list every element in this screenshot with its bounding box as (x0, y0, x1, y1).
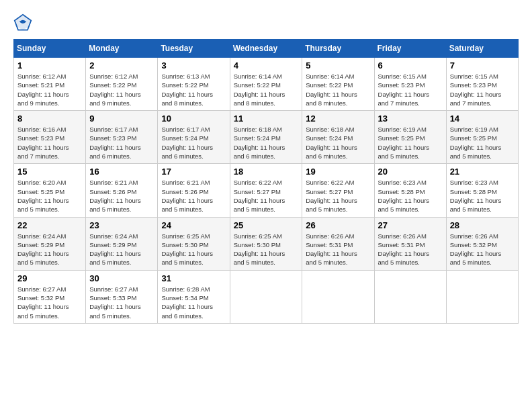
day-number: 30 (89, 273, 154, 283)
day-info: Sunrise: 6:13 AM Sunset: 5:22 PM Dayligh… (161, 72, 226, 107)
day-number: 26 (306, 220, 370, 230)
calendar-cell: 7Sunrise: 6:15 AM Sunset: 5:23 PM Daylig… (446, 58, 518, 111)
day-info: Sunrise: 6:26 AM Sunset: 5:31 PM Dayligh… (378, 232, 443, 267)
day-info: Sunrise: 6:15 AM Sunset: 5:23 PM Dayligh… (378, 72, 443, 107)
day-info: Sunrise: 6:24 AM Sunset: 5:29 PM Dayligh… (89, 232, 154, 267)
calendar-cell: 2Sunrise: 6:12 AM Sunset: 5:22 PM Daylig… (86, 58, 158, 111)
week-row-1: 1Sunrise: 6:12 AM Sunset: 5:21 PM Daylig… (14, 58, 519, 111)
calendar-cell: 4Sunrise: 6:14 AM Sunset: 5:22 PM Daylig… (230, 58, 302, 111)
week-row-5: 29Sunrise: 6:27 AM Sunset: 5:32 PM Dayli… (14, 270, 519, 323)
day-number: 6 (378, 60, 443, 71)
day-number: 21 (450, 167, 515, 177)
day-info: Sunrise: 6:27 AM Sunset: 5:32 PM Dayligh… (17, 285, 82, 320)
calendar-cell: 22Sunrise: 6:24 AM Sunset: 5:29 PM Dayli… (14, 217, 86, 270)
day-number: 29 (17, 273, 82, 283)
calendar-cell: 5Sunrise: 6:14 AM Sunset: 5:22 PM Daylig… (302, 58, 374, 111)
calendar-cell: 28Sunrise: 6:26 AM Sunset: 5:32 PM Dayli… (446, 217, 518, 270)
day-number: 11 (234, 113, 299, 124)
day-info: Sunrise: 6:21 AM Sunset: 5:26 PM Dayligh… (89, 178, 154, 214)
header-day-wednesday: Wednesday (230, 40, 302, 58)
header-day-monday: Monday (86, 40, 158, 58)
day-info: Sunrise: 6:15 AM Sunset: 5:23 PM Dayligh… (450, 72, 515, 107)
day-number: 13 (378, 113, 443, 124)
calendar-body: 1Sunrise: 6:12 AM Sunset: 5:21 PM Daylig… (14, 58, 519, 324)
day-number: 9 (89, 113, 154, 124)
day-info: Sunrise: 6:19 AM Sunset: 5:25 PM Dayligh… (450, 125, 515, 161)
day-number: 23 (89, 220, 154, 230)
day-number: 15 (17, 167, 82, 177)
calendar-cell: 16Sunrise: 6:21 AM Sunset: 5:26 PM Dayli… (86, 164, 158, 217)
day-number: 16 (89, 167, 154, 177)
calendar-cell: 10Sunrise: 6:17 AM Sunset: 5:24 PM Dayli… (158, 111, 230, 164)
logo (13, 13, 35, 32)
day-info: Sunrise: 6:21 AM Sunset: 5:26 PM Dayligh… (161, 178, 226, 214)
header-row: SundayMondayTuesdayWednesdayThursdayFrid… (14, 40, 519, 58)
calendar-cell: 3Sunrise: 6:13 AM Sunset: 5:22 PM Daylig… (158, 58, 230, 111)
calendar-cell: 9Sunrise: 6:17 AM Sunset: 5:23 PM Daylig… (86, 111, 158, 164)
calendar-cell (302, 270, 374, 323)
calendar-cell: 19Sunrise: 6:22 AM Sunset: 5:27 PM Dayli… (302, 164, 374, 217)
day-number: 24 (161, 220, 226, 230)
day-number: 2 (89, 60, 154, 71)
day-number: 7 (450, 60, 515, 71)
day-info: Sunrise: 6:16 AM Sunset: 5:23 PM Dayligh… (17, 125, 82, 161)
day-number: 31 (161, 273, 226, 283)
calendar-cell: 25Sunrise: 6:25 AM Sunset: 5:30 PM Dayli… (230, 217, 302, 270)
header-day-tuesday: Tuesday (158, 40, 230, 58)
day-info: Sunrise: 6:22 AM Sunset: 5:27 PM Dayligh… (234, 178, 299, 214)
day-number: 1 (17, 60, 82, 71)
calendar-cell: 23Sunrise: 6:24 AM Sunset: 5:29 PM Dayli… (86, 217, 158, 270)
calendar-table: SundayMondayTuesdayWednesdayThursdayFrid… (13, 39, 519, 324)
day-number: 18 (234, 167, 299, 177)
day-number: 3 (161, 60, 226, 71)
calendar-cell: 15Sunrise: 6:20 AM Sunset: 5:25 PM Dayli… (14, 164, 86, 217)
calendar-cell: 21Sunrise: 6:23 AM Sunset: 5:28 PM Dayli… (446, 164, 518, 217)
calendar-cell: 18Sunrise: 6:22 AM Sunset: 5:27 PM Dayli… (230, 164, 302, 217)
day-info: Sunrise: 6:27 AM Sunset: 5:33 PM Dayligh… (89, 285, 154, 320)
calendar-cell: 27Sunrise: 6:26 AM Sunset: 5:31 PM Dayli… (374, 217, 446, 270)
calendar-cell: 26Sunrise: 6:26 AM Sunset: 5:31 PM Dayli… (302, 217, 374, 270)
day-number: 17 (161, 167, 226, 177)
day-info: Sunrise: 6:28 AM Sunset: 5:34 PM Dayligh… (161, 285, 226, 320)
calendar-cell (230, 270, 302, 323)
day-number: 27 (378, 220, 443, 230)
day-number: 19 (306, 167, 370, 177)
day-number: 10 (161, 113, 226, 124)
day-info: Sunrise: 6:20 AM Sunset: 5:25 PM Dayligh… (17, 178, 82, 214)
day-info: Sunrise: 6:23 AM Sunset: 5:28 PM Dayligh… (450, 178, 515, 214)
day-number: 12 (306, 113, 370, 124)
calendar-cell: 31Sunrise: 6:28 AM Sunset: 5:34 PM Dayli… (158, 270, 230, 323)
calendar-cell (374, 270, 446, 323)
day-number: 22 (17, 220, 82, 230)
calendar-cell (446, 270, 518, 323)
logo-icon (13, 13, 32, 32)
day-info: Sunrise: 6:18 AM Sunset: 5:24 PM Dayligh… (234, 125, 299, 161)
calendar-cell: 24Sunrise: 6:25 AM Sunset: 5:30 PM Dayli… (158, 217, 230, 270)
day-info: Sunrise: 6:26 AM Sunset: 5:32 PM Dayligh… (450, 232, 515, 267)
day-info: Sunrise: 6:12 AM Sunset: 5:22 PM Dayligh… (89, 72, 154, 107)
calendar-cell: 12Sunrise: 6:18 AM Sunset: 5:24 PM Dayli… (302, 111, 374, 164)
calendar-cell: 30Sunrise: 6:27 AM Sunset: 5:33 PM Dayli… (86, 270, 158, 323)
day-number: 8 (17, 113, 82, 124)
day-info: Sunrise: 6:25 AM Sunset: 5:30 PM Dayligh… (234, 232, 299, 267)
day-info: Sunrise: 6:14 AM Sunset: 5:22 PM Dayligh… (234, 72, 299, 107)
day-info: Sunrise: 6:17 AM Sunset: 5:24 PM Dayligh… (161, 125, 226, 161)
week-row-2: 8Sunrise: 6:16 AM Sunset: 5:23 PM Daylig… (14, 111, 519, 164)
day-info: Sunrise: 6:14 AM Sunset: 5:22 PM Dayligh… (306, 72, 370, 107)
day-number: 20 (378, 167, 443, 177)
day-number: 14 (450, 113, 515, 124)
day-number: 5 (306, 60, 370, 71)
calendar-cell: 20Sunrise: 6:23 AM Sunset: 5:28 PM Dayli… (374, 164, 446, 217)
week-row-3: 15Sunrise: 6:20 AM Sunset: 5:25 PM Dayli… (14, 164, 519, 217)
calendar-cell: 8Sunrise: 6:16 AM Sunset: 5:23 PM Daylig… (14, 111, 86, 164)
day-info: Sunrise: 6:17 AM Sunset: 5:23 PM Dayligh… (89, 125, 154, 161)
calendar-cell: 14Sunrise: 6:19 AM Sunset: 5:25 PM Dayli… (446, 111, 518, 164)
day-info: Sunrise: 6:19 AM Sunset: 5:25 PM Dayligh… (378, 125, 443, 161)
day-number: 4 (234, 60, 299, 71)
calendar-cell: 17Sunrise: 6:21 AM Sunset: 5:26 PM Dayli… (158, 164, 230, 217)
day-info: Sunrise: 6:26 AM Sunset: 5:31 PM Dayligh… (306, 232, 370, 267)
calendar-cell: 6Sunrise: 6:15 AM Sunset: 5:23 PM Daylig… (374, 58, 446, 111)
day-info: Sunrise: 6:18 AM Sunset: 5:24 PM Dayligh… (306, 125, 370, 161)
week-row-4: 22Sunrise: 6:24 AM Sunset: 5:29 PM Dayli… (14, 217, 519, 270)
header-day-thursday: Thursday (302, 40, 374, 58)
